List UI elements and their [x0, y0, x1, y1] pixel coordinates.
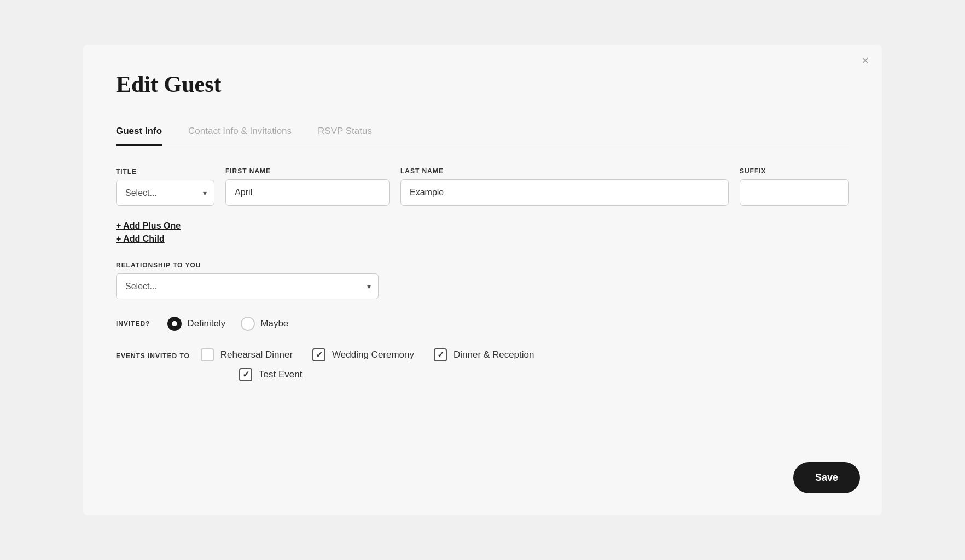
events-section: EVENTS INVITED TO Rehearsal Dinner Weddi… [116, 348, 849, 381]
wedding-ceremony-checkbox[interactable] [312, 348, 325, 361]
rehearsal-dinner-checkbox[interactable] [201, 348, 214, 361]
test-event-option[interactable]: Test Event [239, 368, 302, 381]
save-button[interactable]: Save [793, 462, 860, 493]
title-select[interactable]: Select... Mr. Mrs. Ms. Dr. [116, 180, 214, 206]
definitely-radio[interactable] [167, 317, 182, 331]
relationship-group: RELATIONSHIP TO YOU Select... Friend Fam… [116, 261, 379, 299]
lastname-group: LAST NAME [400, 167, 729, 206]
add-child-link[interactable]: + Add Child [116, 234, 165, 244]
edit-guest-modal: × Edit Guest Guest Info Contact Info & I… [83, 45, 882, 515]
rehearsal-dinner-option[interactable]: Rehearsal Dinner [201, 348, 293, 361]
add-plus-one-link[interactable]: + Add Plus One [116, 221, 181, 231]
tab-contact-info[interactable]: Contact Info & Invitations [188, 118, 292, 146]
invited-maybe-option[interactable]: Maybe [241, 317, 288, 331]
last-name-label: LAST NAME [400, 167, 729, 175]
name-row: TITLE Select... Mr. Mrs. Ms. Dr. ▾ FIRST… [116, 167, 849, 206]
invited-label: INVITED? [116, 320, 150, 328]
dinner-reception-label: Dinner & Reception [454, 349, 534, 360]
rehearsal-dinner-label: Rehearsal Dinner [220, 349, 293, 360]
test-event-checkbox[interactable] [239, 368, 252, 381]
tab-bar: Guest Info Contact Info & Invitations RS… [116, 117, 849, 145]
first-name-label: FIRST NAME [225, 167, 390, 175]
title-label: TITLE [116, 168, 214, 176]
wedding-ceremony-label: Wedding Ceremony [332, 349, 414, 360]
test-event-label: Test Event [259, 369, 302, 380]
definitely-label: Definitely [187, 318, 225, 329]
events-second-row: Test Event [239, 368, 849, 381]
first-name-input[interactable] [225, 179, 390, 206]
modal-title: Edit Guest [116, 71, 849, 97]
title-select-wrapper: Select... Mr. Mrs. Ms. Dr. ▾ [116, 180, 214, 206]
invited-definitely-option[interactable]: Definitely [167, 317, 225, 331]
suffix-label: SUFFIX [740, 167, 849, 175]
suffix-group: SUFFIX [740, 167, 849, 206]
firstname-group: FIRST NAME [225, 167, 390, 206]
tab-guest-info[interactable]: Guest Info [116, 118, 162, 146]
relationship-select[interactable]: Select... Friend Family Colleague [116, 273, 379, 299]
dinner-reception-checkbox[interactable] [434, 348, 447, 361]
dinner-reception-option[interactable]: Dinner & Reception [434, 348, 534, 361]
invited-row: INVITED? Definitely Maybe [116, 317, 849, 331]
wedding-ceremony-option[interactable]: Wedding Ceremony [312, 348, 414, 361]
add-links-group: + Add Plus One + Add Child [116, 221, 849, 244]
last-name-input[interactable] [400, 179, 729, 206]
close-button[interactable]: × [862, 55, 869, 67]
events-main-row: EVENTS INVITED TO Rehearsal Dinner Weddi… [116, 348, 849, 361]
maybe-radio[interactable] [241, 317, 255, 331]
relationship-select-wrapper: Select... Friend Family Colleague ▾ [116, 273, 379, 299]
events-label: EVENTS INVITED TO [116, 351, 190, 360]
title-group: TITLE Select... Mr. Mrs. Ms. Dr. ▾ [116, 168, 214, 206]
tab-rsvp-status[interactable]: RSVP Status [318, 118, 372, 146]
maybe-label: Maybe [260, 318, 288, 329]
suffix-input[interactable] [740, 179, 849, 206]
relationship-label: RELATIONSHIP TO YOU [116, 261, 379, 269]
events-checkboxes: Rehearsal Dinner Wedding Ceremony Dinner… [201, 348, 534, 361]
